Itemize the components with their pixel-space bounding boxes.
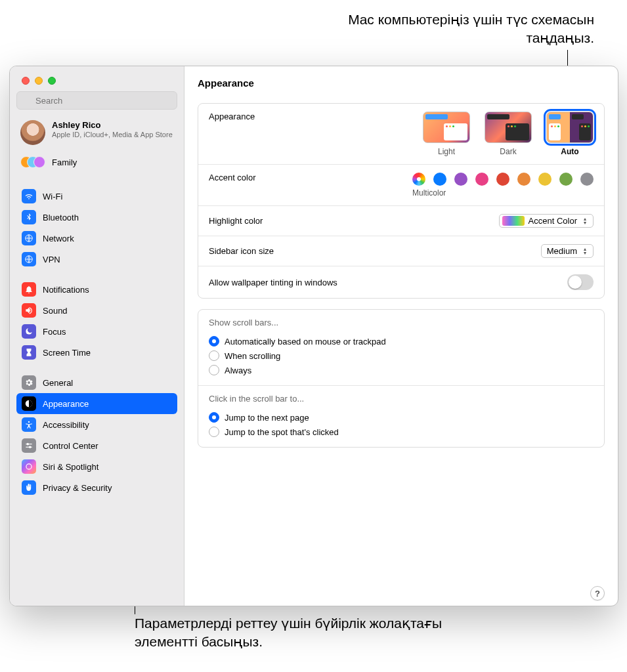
globe-icon [22,231,36,245]
sidebar-item-label: Accessibility [43,420,89,430]
highlight-value: Accent Color [529,216,577,226]
globe-icon [22,252,36,266]
appearance-option-label: Dark [500,147,516,156]
zoom-button[interactable] [48,77,56,85]
sidebar-item-wi-fi[interactable]: Wi-Fi [16,186,177,207]
scrollclick-title: Click in the scroll bar to... [209,394,304,404]
svg-point-9 [30,446,31,448]
accent-color-green[interactable] [559,173,573,186]
sidebar-item-focus[interactable]: Focus [16,321,177,342]
accent-color-blue[interactable] [433,173,446,186]
highlight-swatch-icon [502,216,525,226]
radio-label: When scrolling [225,351,280,361]
highlight-label: Highlight color [209,216,263,226]
gear-icon [22,375,36,390]
sidebar-size-label: Sidebar icon size [209,246,274,256]
radio-option[interactable]: Automatically based on mouse or trackpad [209,334,386,348]
sidebar-size-select[interactable]: Medium ▴▾ [541,244,594,258]
user-name: Ashley Rico [52,120,173,130]
search-input[interactable] [16,91,177,110]
close-button[interactable] [22,77,30,85]
sidebar-group-network: Wi-FiBluetoothNetworkVPN [16,186,177,270]
sidebar-item-label: Network [43,234,74,243]
radio-option[interactable]: When scrolling [209,348,386,363]
hourglass-icon [22,345,36,360]
accent-color-multi[interactable] [412,173,425,186]
radio-option[interactable]: Always [209,363,386,377]
radio-option[interactable]: Jump to the next page [209,410,339,425]
sidebar-item-general[interactable]: General [16,372,177,393]
accent-color-red[interactable] [496,173,509,186]
sidebar-item-control-center[interactable]: Control Center [16,435,177,456]
settings-window: Ashley Rico Apple ID, iCloud+, Media & A… [9,66,618,606]
sidebar-size-value: Medium [547,246,577,256]
page-title: Appearance [184,66,618,99]
apple-id-row[interactable]: Ashley Rico Apple ID, iCloud+, Media & A… [16,115,177,150]
help-button[interactable]: ? [590,586,605,600]
appearance-options: LightDarkAuto [423,112,594,156]
sidebar-item-screen-time[interactable]: Screen Time [16,342,177,363]
sidebar-item-label: Notifications [43,285,89,295]
wallpaper-tinting-toggle[interactable] [567,274,594,290]
sidebar-item-label: Wi-Fi [43,192,62,201]
radio-label: Always [225,366,251,375]
bell-icon [22,282,36,297]
sidebar-item-bluetooth[interactable]: Bluetooth [16,207,177,228]
row-sidebar-icon-size: Sidebar icon size Medium ▴▾ [198,236,604,266]
sidebar-item-accessibility[interactable]: Accessibility [16,414,177,435]
accent-color-orange[interactable] [517,173,530,186]
callout-top: Mac компьютеріңіз үшін түс схемасын таңд… [279,10,594,48]
appearance-option-auto[interactable]: Auto [546,112,594,156]
radio-option[interactable]: Jump to the spot that's clicked [209,425,339,439]
sidebar: Ashley Rico Apple ID, iCloud+, Media & A… [10,66,184,606]
sidebar-item-label: Siri & Spotlight [43,462,98,472]
sidebar-item-label: Sound [43,306,68,316]
appearance-option-dark[interactable]: Dark [485,112,532,156]
appearance-thumb-auto [546,112,594,143]
sidebar-item-notifications[interactable]: Notifications [16,279,177,300]
sidebar-item-sound[interactable]: Sound [16,300,177,321]
highlight-color-select[interactable]: Accent Color ▴▾ [499,214,594,228]
appearance-option-light[interactable]: Light [423,112,470,156]
hand-icon [22,480,36,495]
appearance-thumb-dark [485,112,532,143]
accent-color-yellow[interactable] [538,173,551,186]
sidebar-item-privacy-security[interactable]: Privacy & Security [16,477,177,498]
sidebar-item-label: Bluetooth [43,213,79,222]
panel-appearance: Appearance LightDarkAuto Accent color Mu… [198,103,605,299]
row-show-scrollbars: Show scroll bars... Automatically based … [198,310,604,386]
sidebar-item-label: Screen Time [43,348,91,358]
minimize-button[interactable] [35,77,43,85]
appearance-option-label: Auto [561,147,578,156]
accent-color-row [412,173,594,186]
wifi-icon [22,189,36,203]
sidebar-group-notifications: NotificationsSoundFocusScreen Time [16,279,177,363]
avatar [20,120,45,145]
main-pane: Appearance Appearance LightDarkAuto Acce… [184,66,618,606]
sidebar-group-general: GeneralAppearanceAccessibilityControl Ce… [16,372,177,498]
sidebar-item-network[interactable]: Network [16,228,177,249]
radio-icon [209,412,219,423]
sidebar-item-appearance[interactable]: Appearance [16,393,177,414]
callout-bottom: Параметрлерді реттеу үшін бүйірлік жолақ… [135,614,476,652]
accent-color-gray[interactable] [580,173,594,186]
sidebar-item-family[interactable]: Family [16,150,177,177]
sidebar-item-label: Appearance [43,399,89,409]
tinting-label: Allow wallpaper tinting in windows [209,278,337,287]
chevron-updown-icon: ▴▾ [581,247,589,255]
scrollbars-title: Show scroll bars... [209,318,278,327]
siri-icon [22,459,36,474]
accent-color-pink[interactable] [475,173,488,186]
radio-label: Automatically based on mouse or trackpad [225,337,386,346]
sidebar-item-siri-spotlight[interactable]: Siri & Spotlight [16,456,177,477]
radio-icon [209,350,219,361]
accent-color-purple[interactable] [454,173,467,186]
speaker-icon [22,303,36,318]
sidebar-item-label: VPN [43,255,60,264]
window-traffic-lights [10,66,184,91]
radio-icon [209,336,219,346]
sidebar-item-vpn[interactable]: VPN [16,249,177,270]
row-accent-color: Accent color Multicolor [198,165,604,206]
accent-subtitle: Multicolor [412,188,446,198]
panel-scroll: Show scroll bars... Automatically based … [198,309,605,448]
